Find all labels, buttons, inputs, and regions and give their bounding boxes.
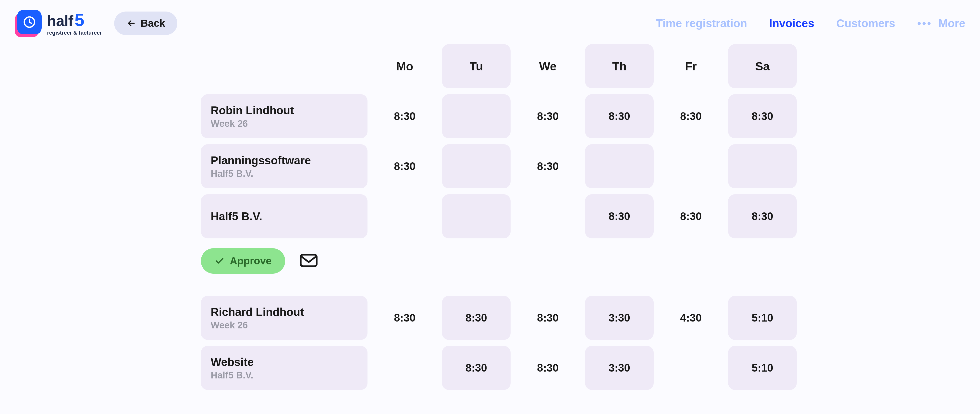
top-nav: Time registration Invoices Customers •••… (656, 17, 965, 30)
total-cell[interactable]: 8:30 (442, 296, 511, 340)
time-cell[interactable] (657, 346, 725, 390)
time-cell[interactable] (371, 346, 439, 390)
time-cell[interactable]: 3:30 (585, 346, 654, 390)
time-cell[interactable] (442, 144, 511, 189)
time-cell[interactable] (728, 144, 797, 189)
project-title: Website (211, 355, 358, 369)
day-header: Sa (728, 44, 797, 88)
project-row-label[interactable]: WebsiteHalf5 B.V. (201, 346, 368, 390)
total-cell[interactable] (442, 94, 511, 138)
time-cell[interactable]: 8:30 (442, 346, 511, 390)
logo[interactable]: half 5 registreer & factureer (15, 10, 102, 37)
total-cell[interactable]: 8:30 (728, 94, 797, 138)
approve-button[interactable]: Approve (201, 248, 285, 274)
person-summary[interactable]: Robin LindhoutWeek 26 (201, 94, 368, 138)
total-cell[interactable]: 8:30 (657, 94, 725, 138)
total-cell[interactable]: 5:10 (728, 296, 797, 340)
time-cell[interactable]: 5:10 (728, 346, 797, 390)
logo-mark (15, 10, 41, 37)
total-cell[interactable]: 8:30 (514, 94, 582, 138)
project-title: Half5 B.V. (211, 210, 358, 223)
project-row-label[interactable]: PlanningssoftwareHalf5 B.V. (201, 144, 368, 189)
mail-icon[interactable] (300, 254, 318, 268)
header-spacer (201, 44, 368, 88)
day-header: Mo (371, 44, 439, 88)
actions-row: Approve (201, 248, 801, 274)
total-cell[interactable]: 4:30 (657, 296, 725, 340)
day-header: We (514, 44, 582, 88)
back-button[interactable]: Back (114, 11, 177, 35)
total-cell[interactable]: 8:30 (371, 296, 439, 340)
total-cell[interactable]: 8:30 (514, 296, 582, 340)
week-label: Week 26 (211, 320, 358, 331)
brand-tagline: registreer & factureer (47, 30, 102, 35)
back-label: Back (141, 18, 165, 29)
time-cell[interactable]: 8:30 (514, 144, 582, 189)
time-cell[interactable] (657, 144, 725, 189)
nav-invoices[interactable]: Invoices (769, 17, 814, 30)
day-header: Tu (442, 44, 511, 88)
total-cell[interactable]: 3:30 (585, 296, 654, 340)
arrow-left-icon (126, 18, 136, 28)
time-cell[interactable]: 8:30 (728, 194, 797, 238)
nav-customers[interactable]: Customers (836, 17, 895, 30)
time-cell[interactable]: 8:30 (514, 346, 582, 390)
project-title: Planningssoftware (211, 154, 358, 167)
total-cell[interactable]: 8:30 (585, 94, 654, 138)
nav-time-registration[interactable]: Time registration (656, 17, 747, 30)
total-cell[interactable]: 8:30 (371, 94, 439, 138)
project-sub: Half5 B.V. (211, 370, 358, 380)
brand-name-1: half (47, 13, 73, 29)
time-cell[interactable] (585, 144, 654, 189)
time-cell[interactable] (514, 194, 582, 238)
approve-label: Approve (230, 255, 272, 267)
project-sub: Half5 B.V. (211, 168, 358, 179)
nav-more[interactable]: More (939, 17, 965, 30)
day-header: Th (585, 44, 654, 88)
week-label: Week 26 (211, 118, 358, 129)
svg-rect-1 (301, 254, 317, 266)
time-cell[interactable] (371, 194, 439, 238)
day-header: Fr (657, 44, 725, 88)
time-cell[interactable]: 8:30 (657, 194, 725, 238)
brand-name-2: 5 (75, 11, 84, 29)
person-name: Richard Lindhout (211, 305, 358, 319)
person-name: Robin Lindhout (211, 104, 358, 117)
time-cell[interactable] (442, 194, 511, 238)
project-row-label[interactable]: Half5 B.V. (201, 194, 368, 238)
person-summary[interactable]: Richard LindhoutWeek 26 (201, 296, 368, 340)
more-dots-icon: ••• (917, 17, 932, 30)
check-icon (215, 256, 224, 266)
section-gap (201, 293, 801, 296)
time-cell[interactable]: 8:30 (371, 144, 439, 189)
time-cell[interactable]: 8:30 (585, 194, 654, 238)
